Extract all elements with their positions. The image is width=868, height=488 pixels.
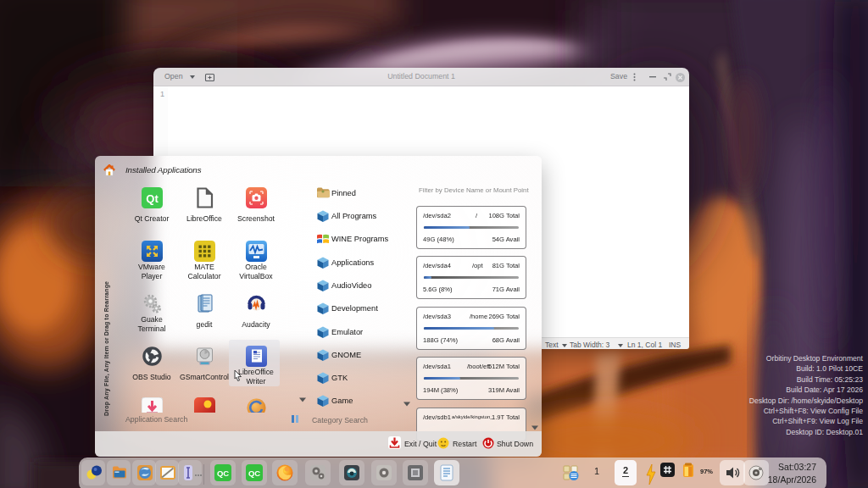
svg-text:QC: QC [217,469,229,478]
svg-text:Qt: Qt [146,192,159,205]
svg-text:QC: QC [248,469,260,478]
